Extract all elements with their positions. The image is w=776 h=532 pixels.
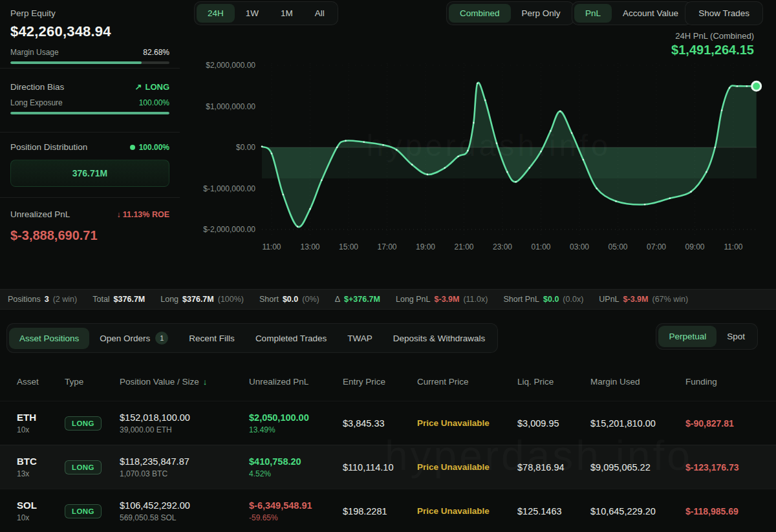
tab-perpetual[interactable]: Perpetual bbox=[658, 326, 717, 347]
svg-text:$1,000,000.00: $1,000,000.00 bbox=[206, 102, 255, 111]
svg-text:07:00: 07:00 bbox=[647, 242, 666, 251]
margin-usage-value: 82.68% bbox=[143, 48, 169, 57]
long-exposure-fill bbox=[10, 112, 169, 114]
col-funding: Funding bbox=[685, 377, 776, 387]
tab-twap[interactable]: TWAP bbox=[337, 328, 383, 349]
direction-bias-card: Direction Bias ↗ LONG Long Exposure 100.… bbox=[0, 69, 180, 133]
position-distribution-label: Position Distribution bbox=[10, 142, 87, 152]
svg-text:$2,000,000.00: $2,000,000.00 bbox=[206, 61, 255, 70]
table-header-row: Asset Type Position Value / Size↓ Unreal… bbox=[0, 362, 776, 401]
col-type: Type bbox=[65, 377, 120, 387]
position-distribution-card: Position Distribution 100.00% 376.71M bbox=[0, 133, 180, 198]
tab-spot[interactable]: Spot bbox=[717, 326, 755, 347]
show-trades-button[interactable]: Show Trades bbox=[687, 4, 760, 23]
col-asset: Asset bbox=[17, 377, 65, 387]
svg-text:11:00: 11:00 bbox=[724, 242, 742, 251]
distribution-dot-icon bbox=[130, 145, 135, 150]
range-tab-24h[interactable]: 24H bbox=[197, 4, 235, 23]
margin-usage-label: Margin Usage bbox=[10, 48, 59, 57]
sort-desc-icon: ↓ bbox=[203, 377, 208, 387]
unrealized-pnl-card: Unrealized PnL ↓ 11.13% ROE $-3,888,690.… bbox=[0, 198, 180, 289]
market-type-tabs: Perpetual Spot bbox=[656, 323, 758, 350]
asset-positions-table: Asset Type Position Value / Size↓ Unreal… bbox=[0, 362, 776, 532]
unrealized-pnl-value: $-3,888,690.71 bbox=[10, 228, 169, 243]
long-badge: LONG bbox=[65, 460, 102, 474]
svg-text:23:00: 23:00 bbox=[493, 242, 512, 251]
svg-text:$0.00: $0.00 bbox=[236, 143, 255, 152]
pnl-chart[interactable]: 11:0013:0015:0017:0019:0021:0023:0001:00… bbox=[180, 57, 776, 259]
trading-dashboard: Perp Equity $42,260,348.94 Margin Usage … bbox=[0, 0, 776, 532]
show-trades-group: Show Trades bbox=[685, 1, 763, 25]
table-row-sol[interactable]: SOL10x LONG $106,452,292.00569,050.58 SO… bbox=[0, 489, 776, 532]
stat-long: Long$376.7M(100%) bbox=[160, 295, 244, 304]
tab-asset-positions[interactable]: Asset Positions bbox=[9, 328, 89, 349]
range-tab-1w[interactable]: 1W bbox=[235, 4, 270, 23]
svg-text:05:00: 05:00 bbox=[608, 242, 627, 251]
section-tabs: Asset Positions Open Orders1 Recent Fill… bbox=[6, 323, 498, 353]
long-exposure-label: Long Exposure bbox=[10, 98, 63, 107]
margin-usage-track bbox=[10, 61, 169, 64]
tab-open-orders[interactable]: Open Orders1 bbox=[89, 326, 178, 350]
stat-delta: Δ$+376.7M bbox=[335, 295, 380, 304]
metric-toggle-group: PnL Account Value bbox=[572, 1, 692, 25]
margin-usage-fill bbox=[10, 61, 142, 64]
perp-equity-value: $42,260,348.94 bbox=[10, 23, 169, 40]
unrealized-pnl-label: Unrealized PnL bbox=[10, 209, 70, 219]
stat-short: Short$0.0(0%) bbox=[259, 295, 319, 304]
svg-text:17:00: 17:00 bbox=[377, 242, 396, 251]
svg-text:21:00: 21:00 bbox=[454, 242, 473, 251]
col-margin-used: Margin Used bbox=[590, 377, 685, 387]
direction-bias-label: Direction Bias bbox=[10, 82, 64, 92]
pnl-tab[interactable]: PnL bbox=[574, 4, 612, 23]
pnl-value: $1,491,264.15 bbox=[671, 43, 754, 58]
long-exposure-track bbox=[10, 112, 169, 114]
long-exposure-value: 100.00% bbox=[139, 98, 169, 107]
open-orders-count-badge: 1 bbox=[155, 332, 168, 345]
table-row-eth[interactable]: ETH10x LONG $152,018,100.0039,000.00 ETH… bbox=[0, 401, 776, 445]
tab-completed-trades[interactable]: Completed Trades bbox=[245, 328, 337, 349]
positions-stats-bar: Positions3(2 win) Total$376.7M Long$376.… bbox=[0, 289, 776, 310]
perp-only-tab[interactable]: Perp Only bbox=[511, 4, 572, 23]
position-distribution-pct: 100.00% bbox=[139, 143, 169, 152]
sidebar: Perp Equity $42,260,348.94 Margin Usage … bbox=[0, 0, 180, 289]
table-row-btc[interactable]: BTC13x LONG $118,235,847.871,070.03 BTC … bbox=[0, 445, 776, 489]
range-tab-all[interactable]: All bbox=[304, 4, 336, 23]
perp-equity-label: Perp Equity bbox=[10, 8, 169, 18]
svg-text:09:00: 09:00 bbox=[685, 242, 704, 251]
svg-text:03:00: 03:00 bbox=[570, 242, 589, 251]
col-liq-price: Liq. Price bbox=[517, 377, 590, 387]
svg-text:01:00: 01:00 bbox=[531, 242, 550, 251]
long-badge: LONG bbox=[65, 416, 102, 431]
stat-short-pnl: Short PnL$0.0(0.0x) bbox=[503, 295, 583, 304]
svg-text:$-2,000,000.00: $-2,000,000.00 bbox=[203, 225, 255, 234]
stat-long-pnl: Long PnL$-3.9M(11.0x) bbox=[396, 295, 488, 304]
svg-text:13:00: 13:00 bbox=[300, 242, 319, 251]
svg-text:19:00: 19:00 bbox=[416, 242, 435, 251]
stat-upnl: UPnL$-3.9M(67% win) bbox=[599, 295, 688, 304]
account-value-tab[interactable]: Account Value bbox=[612, 4, 689, 23]
stat-positions: Positions3(2 win) bbox=[8, 295, 77, 304]
combine-toggle-group: Combined Perp Only bbox=[446, 1, 574, 25]
roe-value: 11.13% ROE bbox=[123, 210, 169, 219]
stat-total: Total$376.7M bbox=[92, 295, 145, 304]
range-tab-1m[interactable]: 1M bbox=[270, 4, 304, 23]
direction-bias-value: LONG bbox=[145, 82, 169, 92]
combined-tab[interactable]: Combined bbox=[449, 4, 511, 23]
tab-deposits-withdrawals[interactable]: Deposits & Withdrawals bbox=[383, 328, 496, 349]
col-entry-price: Entry Price bbox=[343, 377, 417, 387]
position-distribution-box[interactable]: 376.71M bbox=[10, 160, 169, 187]
col-position-value[interactable]: Position Value / Size↓ bbox=[120, 377, 249, 387]
svg-text:15:00: 15:00 bbox=[339, 242, 358, 251]
col-current-price: Current Price bbox=[417, 377, 517, 387]
trend-up-icon: ↗ bbox=[135, 82, 142, 92]
perp-equity-card: Perp Equity $42,260,348.94 Margin Usage … bbox=[0, 0, 180, 69]
time-range-group: 24H 1W 1M All bbox=[194, 1, 338, 25]
arrow-down-icon: ↓ bbox=[116, 210, 120, 219]
tab-recent-fills[interactable]: Recent Fills bbox=[178, 328, 245, 349]
col-unrealized-pnl: Unrealized PnL bbox=[249, 377, 343, 387]
pnl-caption: 24H PnL (Combined) bbox=[675, 31, 754, 41]
long-badge: LONG bbox=[65, 504, 102, 518]
svg-text:11:00: 11:00 bbox=[262, 242, 281, 251]
svg-text:$-1,000,000.00: $-1,000,000.00 bbox=[203, 184, 255, 193]
